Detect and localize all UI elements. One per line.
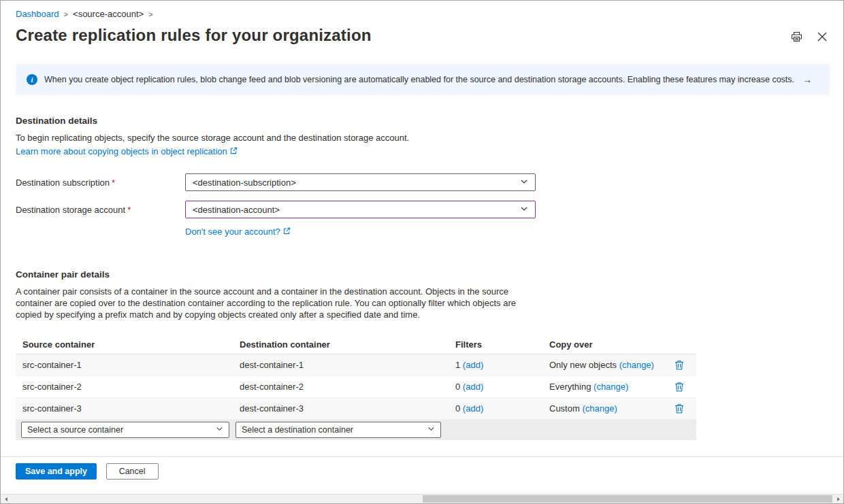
scroll-left-arrow-icon[interactable]: [1, 494, 11, 503]
external-link-icon: [230, 146, 238, 156]
page-title: Create replication rules for your organi…: [16, 26, 372, 45]
destination-container-cell: dest-container-3: [233, 403, 449, 414]
change-copy-over-link[interactable]: (change): [619, 360, 654, 370]
scroll-right-arrow-icon[interactable]: [833, 494, 843, 503]
header-copy-over: Copy over: [542, 339, 662, 350]
delete-row-button[interactable]: [672, 401, 686, 416]
header-source-container: Source container: [16, 339, 233, 350]
save-and-apply-button[interactable]: Save and apply: [16, 463, 97, 480]
destination-subscription-dropdown[interactable]: <destination-subscription>: [185, 173, 536, 191]
filters-cell: 0 (add): [449, 382, 542, 392]
breadcrumb: Dashboard > <source-account> >: [16, 1, 830, 19]
breadcrumb-source-account[interactable]: <source-account>: [73, 9, 144, 19]
horizontal-scrollbar-thumb[interactable]: [423, 495, 832, 503]
select-destination-container-dropdown[interactable]: Select a destination container: [236, 422, 441, 438]
delete-row-button[interactable]: [672, 380, 686, 394]
print-button[interactable]: [790, 30, 804, 44]
breadcrumb-separator-icon: >: [148, 10, 152, 18]
breadcrumb-separator-icon: >: [64, 10, 68, 18]
new-pair-row: Select a source container Select a desti…: [16, 420, 696, 440]
banner-details-arrow-icon[interactable]: →: [802, 74, 812, 85]
page-content: Dashboard > <source-account> > Create re…: [1, 1, 843, 456]
trash-icon: [675, 405, 684, 416]
trash-icon: [675, 384, 684, 394]
destination-storage-account-value: <destination-account>: [193, 205, 280, 215]
cancel-button[interactable]: Cancel: [106, 463, 159, 480]
breadcrumb-dashboard-link[interactable]: Dashboard: [16, 9, 59, 19]
destination-details-description: To begin replicating objects, specify th…: [16, 132, 830, 144]
delete-row-button[interactable]: [672, 358, 686, 372]
header-destination-container: Destination container: [233, 339, 449, 350]
learn-more-link-label: Learn more about copying objects in obje…: [16, 146, 227, 156]
container-pair-description: A container pair consists of a container…: [16, 286, 525, 320]
title-row: Create replication rules for your organi…: [16, 26, 830, 45]
table-row: src-container-1 dest-container-1 1 (add)…: [16, 354, 696, 376]
table-header-row: Source container Destination container F…: [16, 335, 696, 354]
destination-container-cell: dest-container-2: [233, 382, 449, 392]
destination-storage-account-dropdown[interactable]: <destination-account>: [185, 201, 536, 218]
filters-cell: 0 (add): [449, 403, 542, 414]
info-banner: i When you create object replication rul…: [16, 64, 830, 95]
learn-more-link[interactable]: Learn more about copying objects in obje…: [16, 146, 238, 156]
change-copy-over-link[interactable]: (change): [582, 403, 617, 414]
external-link-icon: [283, 226, 291, 237]
destination-subscription-value: <destination-subscription>: [193, 178, 296, 188]
header-filters: Filters: [449, 339, 542, 350]
footer: Save and apply Cancel: [1, 456, 843, 494]
close-button[interactable]: [816, 30, 828, 44]
required-mark: *: [112, 178, 115, 188]
chevron-down-icon: [216, 425, 223, 435]
source-container-cell: src-container-1: [16, 360, 233, 370]
add-filter-link[interactable]: (add): [463, 382, 483, 392]
copy-over-cell: Custom (change): [542, 403, 662, 414]
select-destination-placeholder: Select a destination container: [242, 425, 353, 435]
title-icons: [790, 30, 828, 44]
destination-subscription-label: Destination subscription*: [16, 178, 185, 188]
printer-icon: [791, 34, 802, 44]
filters-cell: 1 (add): [449, 360, 542, 370]
chevron-down-icon: [520, 178, 528, 188]
destination-container-cell: dest-container-1: [233, 360, 449, 370]
table-row: src-container-3 dest-container-3 0 (add)…: [16, 398, 696, 420]
required-mark: *: [127, 205, 131, 215]
container-pair-heading: Container pair details: [16, 269, 830, 280]
dont-see-account-label: Don't see your account?: [185, 226, 280, 237]
chevron-down-icon: [427, 425, 435, 435]
destination-subscription-row: Destination subscription* <destination-s…: [16, 173, 830, 191]
chevron-down-icon: [520, 205, 528, 215]
source-container-cell: src-container-2: [16, 382, 233, 392]
copy-over-cell: Only new objects (change): [542, 360, 662, 370]
create-replication-rules-page: Dashboard > <source-account> > Create re…: [0, 0, 844, 504]
dont-see-account-row: Don't see your account?: [185, 224, 830, 237]
table-row: src-container-2 dest-container-2 0 (add)…: [16, 376, 696, 398]
source-container-cell: src-container-3: [16, 403, 233, 414]
copy-over-cell: Everything (change): [542, 382, 662, 392]
select-source-container-dropdown[interactable]: Select a source container: [21, 422, 229, 438]
destination-details-heading: Destination details: [16, 116, 830, 126]
change-copy-over-link[interactable]: (change): [594, 382, 628, 392]
horizontal-scrollbar[interactable]: [1, 494, 843, 503]
destination-storage-account-label: Destination storage account*: [16, 205, 185, 215]
info-icon: i: [27, 74, 37, 85]
dont-see-account-link[interactable]: Don't see your account?: [185, 226, 291, 237]
container-pair-table: Source container Destination container F…: [16, 335, 696, 440]
trash-icon: [675, 362, 684, 372]
add-filter-link[interactable]: (add): [463, 360, 483, 370]
select-source-placeholder: Select a source container: [27, 425, 123, 435]
info-banner-text: When you create object replication rules…: [44, 75, 794, 84]
add-filter-link[interactable]: (add): [463, 403, 483, 414]
destination-storage-account-row: Destination storage account* <destinatio…: [16, 201, 830, 218]
close-icon: [817, 33, 827, 44]
